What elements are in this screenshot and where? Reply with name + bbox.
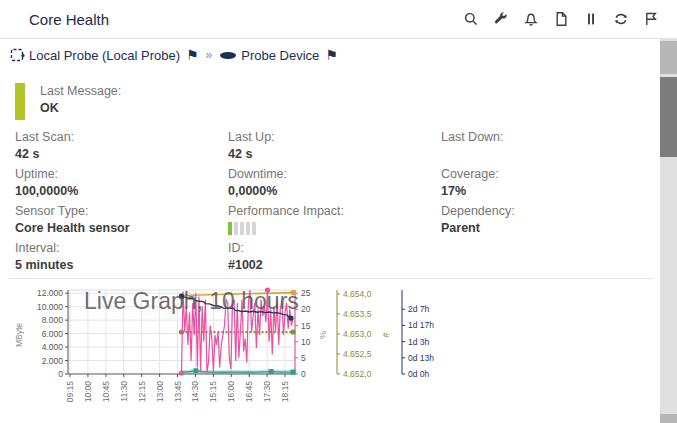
live-graph[interactable]: 09:1510:0010:4511:3012:1513:0013:4514:30… [0,283,460,423]
svg-text:0d 13h: 0d 13h [408,353,434,363]
status-color-bar [15,83,25,120]
section-divider [8,278,654,279]
svg-text:12.000: 12.000 [37,288,63,298]
svg-text:11:30: 11:30 [119,381,129,402]
scrollbar-track[interactable] [660,39,677,423]
flag-badge-icon: ⚑ [325,47,338,63]
svg-text:15: 15 [301,321,311,331]
svg-text:10:00: 10:00 [83,381,93,403]
field-id: ID: #1002 [228,240,441,277]
field-label: Last Up: [228,129,441,146]
svg-text:25: 25 [301,288,311,298]
sensor-page: Core Health [0,0,677,423]
field-value: 42 s [228,146,441,163]
field-label: Sensor Type: [15,203,228,220]
document-icon[interactable] [552,11,569,28]
scrollbar-down-button[interactable] [660,414,677,423]
svg-text:13:00: 13:00 [155,381,165,403]
field-label: Interval: [15,240,228,257]
svg-text:16:00: 16:00 [226,381,236,403]
field-last-scan: Last Scan: 42 s [15,129,228,166]
field-coverage: Coverage: 17% [441,166,655,203]
breadcrumb-device-label: Probe Device [241,48,319,63]
field-uptime: Uptime: 100,0000% [15,166,228,203]
probe-icon [10,48,25,63]
device-icon [219,50,237,61]
toolbar [462,0,659,38]
svg-text:2d 7h: 2d 7h [408,304,430,314]
breadcrumb-device[interactable]: Probe Device ⚑ [219,47,338,63]
breadcrumb-separator: » [206,48,213,62]
svg-text:4.653,0: 4.653,0 [343,329,372,339]
svg-text:18:15: 18:15 [280,381,290,403]
header: Core Health [0,0,677,39]
performance-impact-bars [228,222,441,235]
svg-text:0d 0h: 0d 0h [408,369,430,379]
svg-text:13:45: 13:45 [173,381,183,403]
svg-text:17:30: 17:30 [262,381,272,403]
status-value: OK [40,100,121,117]
field-label: Downtime: [228,166,441,183]
field-performance-impact: Performance Impact: [228,203,441,240]
svg-text:0: 0 [301,369,306,379]
field-empty [441,240,655,277]
field-value: #1002 [228,257,441,274]
field-label: ID: [228,240,441,257]
field-interval: Interval: 5 minutes [15,240,228,277]
bell-icon[interactable] [522,11,539,28]
search-icon[interactable] [462,11,479,28]
field-sensor-type: Sensor Type: Core Health sensor [15,203,228,240]
svg-text:20: 20 [301,304,311,314]
field-label: Last Down: [441,129,655,146]
field-label: Dependency: [441,203,655,220]
svg-text:4.652,5: 4.652,5 [343,349,372,359]
status-block: Last Message: OK [15,83,121,120]
svg-text:15:15: 15:15 [208,381,218,403]
breadcrumb-probe[interactable]: Local Probe (Local Probe) ⚑ [10,47,199,63]
field-value [441,146,655,163]
wrench-icon[interactable] [492,11,509,28]
svg-text:09:15: 09:15 [65,381,75,403]
field-value: 5 minutes [15,257,228,274]
field-downtime: Downtime: 0,0000% [228,166,441,203]
svg-text:8.000: 8.000 [42,315,64,325]
svg-text:6.000: 6.000 [42,329,64,339]
field-last-up: Last Up: 42 s [228,129,441,166]
flag-icon[interactable] [642,11,659,28]
svg-text:4.652,0: 4.652,0 [343,369,372,379]
breadcrumb-probe-label: Local Probe (Local Probe) [29,48,180,63]
field-label: Uptime: [15,166,228,183]
scrollbar-thumb[interactable] [660,77,677,157]
field-label: Last Scan: [15,129,228,146]
svg-text:#: # [381,332,391,337]
svg-text:1d 17h: 1d 17h [408,320,434,330]
svg-text:10: 10 [301,337,311,347]
field-value: 17% [441,183,655,200]
field-label: Performance Impact: [228,203,441,220]
svg-text:10.000: 10.000 [37,302,63,312]
svg-text:10:45: 10:45 [101,381,111,403]
svg-text:1d 3h: 1d 3h [408,337,430,347]
field-value: Parent [441,220,655,237]
field-dependency: Dependency: Parent [441,203,655,240]
field-value: 42 s [15,146,228,163]
svg-text:12:15: 12:15 [137,381,147,403]
svg-text:5: 5 [301,353,306,363]
svg-text:%: % [318,331,328,339]
pause-icon[interactable] [582,11,599,28]
svg-text:2.000: 2.000 [42,356,64,366]
field-value [441,240,655,257]
refresh-icon[interactable] [612,11,629,28]
field-value: 100,0000% [15,183,228,200]
field-label: Coverage: [441,166,655,183]
svg-text:4.653,5: 4.653,5 [343,309,372,319]
svg-text:0: 0 [58,369,63,379]
svg-text:14:30: 14:30 [190,381,200,403]
svg-text:4.000: 4.000 [42,342,64,352]
svg-text:4.654,0: 4.654,0 [343,289,372,299]
page-title: Core Health [29,11,109,28]
svg-text:16:45: 16:45 [244,381,254,403]
live-graph-canvas: 09:1510:0010:4511:3012:1513:0013:4514:30… [0,283,460,423]
flag-badge-icon: ⚑ [186,47,199,63]
scrollbar-up-button[interactable] [660,41,677,74]
